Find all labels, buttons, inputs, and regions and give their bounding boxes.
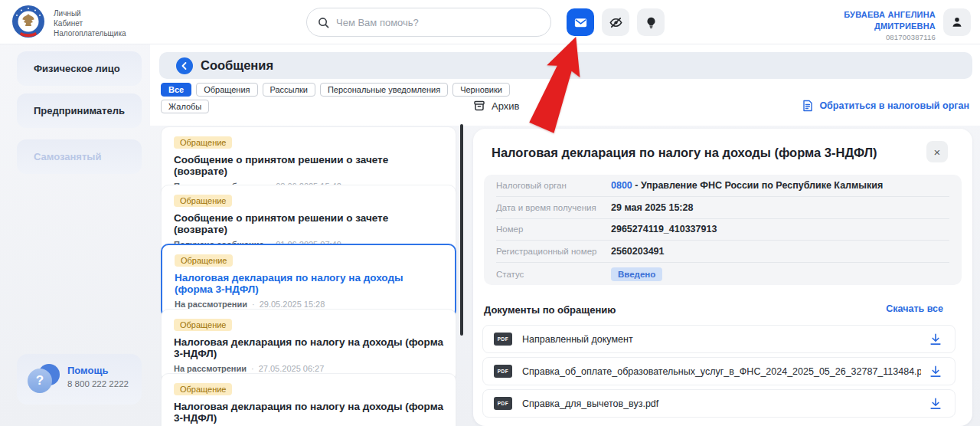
status-badge: Введено xyxy=(611,267,662,281)
detail-fields: Налоговый орган 0800 - Управление ФНС Ро… xyxy=(484,175,962,285)
profile-button[interactable] xyxy=(943,8,971,36)
message-date: 27.05.2025 06:27 xyxy=(259,364,325,373)
download-button[interactable] xyxy=(929,397,942,411)
envelope-icon xyxy=(573,15,588,30)
documents-title: Документы по обращению xyxy=(484,304,616,316)
app-title: Личный Кабинет Налогоплательщика xyxy=(54,8,126,38)
detail-field-row: Номер 2965274119_410337913 xyxy=(496,219,949,241)
detail-title: Налоговая декларация по налогу на доходы… xyxy=(492,146,920,160)
message-title: Налоговая декларация по налогу на доходы… xyxy=(175,272,443,295)
sidebar-item-label: Предприниматель xyxy=(34,105,125,116)
document-name: Справка_для_вычетов_вуз.pdf xyxy=(522,398,921,409)
close-icon: × xyxy=(934,146,941,159)
tips-button[interactable] xyxy=(637,8,665,36)
message-list-item[interactable]: Обращение Налоговая декларация по налогу… xyxy=(161,244,456,318)
help-card[interactable]: ? Помощь 8 800 222 2222 xyxy=(17,354,142,405)
field-value: 2560203491 xyxy=(611,246,665,257)
user-id: 081700387116 xyxy=(844,33,936,43)
sidebar-item[interactable]: Физическое лицо xyxy=(17,51,142,86)
filter-chips-row-2: Жалобы xyxy=(161,100,209,113)
message-type-badge: Обращение xyxy=(174,136,232,149)
archive-label: Архив xyxy=(492,100,519,112)
filter-chip[interactable]: Рассылки xyxy=(263,83,315,97)
list-scrollbar[interactable] xyxy=(460,124,463,336)
download-all-link[interactable]: Скачать все xyxy=(886,303,943,314)
detail-field-row: Регистрационный номер 2560203491 xyxy=(496,241,949,263)
back-button[interactable] xyxy=(176,57,193,74)
person-icon xyxy=(950,15,964,29)
download-icon xyxy=(929,365,942,378)
document-row[interactable]: PDF Справка_об_оплате_образовательных_ус… xyxy=(482,357,956,385)
detail-field-row: Дата и время получения 29 мая 2025 15:28 xyxy=(496,197,949,219)
document-list: PDF Направленный документ PDF Справка_об… xyxy=(482,325,956,421)
sidebar-item-label: Самозанятый xyxy=(34,151,101,162)
field-label: Налоговый орган xyxy=(496,181,611,190)
contact-tax-authority-link[interactable]: Обратиться в налоговый орган xyxy=(802,100,969,112)
page-title: Сообщения xyxy=(201,58,273,73)
contact-link-label: Обратиться в налоговый орган xyxy=(819,100,969,111)
top-bar: Личный Кабинет Налогоплательщика Чем Вам… xyxy=(0,0,980,44)
document-row[interactable]: PDF Справка_для_вычетов_вуз.pdf xyxy=(482,389,956,418)
question-icon: ? xyxy=(28,364,61,395)
archive-button[interactable]: Архив xyxy=(473,100,519,112)
search-placeholder: Чем Вам помочь? xyxy=(336,17,419,28)
filter-chip[interactable]: Все xyxy=(161,83,191,97)
filter-chip[interactable]: Обращения xyxy=(196,83,257,97)
help-phone: 8 800 222 2222 xyxy=(67,379,129,388)
message-type-badge: Обращение xyxy=(175,254,233,267)
message-title: Сообщение о принятом решении о зачете (в… xyxy=(174,212,443,235)
download-button[interactable] xyxy=(929,365,942,378)
message-title: Налоговая декларация по налогу на доходы… xyxy=(174,336,443,359)
pdf-icon: PDF xyxy=(494,397,512,410)
visibility-button[interactable] xyxy=(602,8,629,36)
close-button[interactable]: × xyxy=(926,141,948,162)
filter-chip[interactable]: Персональные уведомления xyxy=(320,83,448,97)
field-label: Дата и время получения xyxy=(496,203,611,212)
message-title: Налоговая декларация по налогу на доходы… xyxy=(174,401,443,424)
message-title: Сообщение о принятом решении о зачете (в… xyxy=(174,154,443,177)
message-list-item[interactable]: Обращение Налоговая декларация по налогу… xyxy=(161,309,456,382)
sidebar-item[interactable]: Предприниматель xyxy=(17,93,142,128)
document-name: Направленный документ xyxy=(522,334,921,345)
field-label: Номер xyxy=(496,224,611,234)
user-name[interactable]: БУВАЕВА АНГЕЛИНА ДМИТРИЕВНА 081700387116 xyxy=(844,9,936,43)
document-edit-icon xyxy=(802,100,814,112)
annotation-arrow xyxy=(528,32,597,136)
field-value-link[interactable]: 0800 xyxy=(611,180,632,191)
arrow-left-icon xyxy=(180,61,189,70)
search-icon xyxy=(318,17,329,28)
pdf-icon: PDF xyxy=(494,333,512,346)
filter-chip[interactable]: Черновики xyxy=(452,83,510,97)
search-input[interactable]: Чем Вам помочь? xyxy=(306,8,551,37)
detail-field-row: Статус Введено xyxy=(496,263,949,285)
sidebar-item[interactable]: Самозанятый xyxy=(17,139,142,174)
message-list-item[interactable]: Обращение Налоговая декларация по налогу… xyxy=(161,373,456,426)
message-status: На рассмотрении xyxy=(174,364,247,373)
field-value: 0800 - Управление ФНС России по Республи… xyxy=(611,180,883,191)
field-value: 29 мая 2025 15:28 xyxy=(611,202,693,213)
download-button[interactable] xyxy=(929,333,942,346)
eye-off-icon xyxy=(609,15,623,30)
archive-icon xyxy=(473,100,485,112)
help-title: Помощь xyxy=(67,365,108,376)
download-icon xyxy=(929,397,942,411)
message-meta: На рассмотрении · 29.05.2025 15:28 xyxy=(175,300,443,309)
field-value: 2965274119_410337913 xyxy=(611,224,717,234)
message-detail-panel: Налоговая декларация по налогу на доходы… xyxy=(473,129,972,426)
fns-logo xyxy=(11,5,46,40)
field-value: Введено xyxy=(611,267,662,281)
pdf-icon: PDF xyxy=(494,365,512,378)
message-type-badge: Обращение xyxy=(174,319,232,331)
meta-separator: · xyxy=(251,364,254,373)
message-type-badge: Обращение xyxy=(174,383,232,395)
message-type-badge: Обращение xyxy=(174,195,232,207)
filter-chip[interactable]: Жалобы xyxy=(161,100,209,113)
detail-field-row: Налоговый орган 0800 - Управление ФНС Ро… xyxy=(496,175,949,197)
sidebar-item-label: Физическое лицо xyxy=(34,63,120,74)
message-status: На рассмотрении xyxy=(175,300,247,309)
message-date: 29.05.2025 15:28 xyxy=(260,300,325,309)
document-row[interactable]: PDF Направленный документ xyxy=(482,325,956,353)
message-meta: На рассмотрении · 27.05.2025 06:27 xyxy=(174,364,443,373)
lightbulb-icon xyxy=(645,16,658,29)
field-label: Регистрационный номер xyxy=(496,247,611,256)
